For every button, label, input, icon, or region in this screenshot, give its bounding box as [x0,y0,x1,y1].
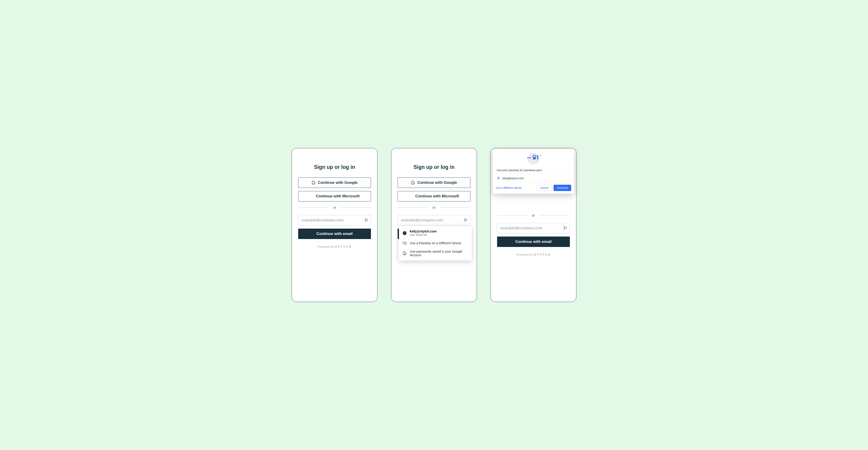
google-icon [411,180,415,185]
continue-email-label: Continue with email [316,231,353,236]
decorative-dots-icon: · · · · · ·· · · · · · [497,158,514,163]
continue-email-label: Continue with email [515,240,552,244]
prompt-account-row[interactable]: kelly@stytch.com [493,174,574,182]
prompt-instruction: Use your passkey for passkeys.guru [493,167,574,174]
svg-text:***: *** [527,157,531,160]
divider: or [398,205,470,209]
decorative-dots-icon: · · · · · ·· · · · · · [553,158,570,163]
svg-point-13 [564,226,565,227]
google-icon [403,251,407,255]
divider-or: or [528,214,539,218]
auth-panel-browser-prompt: · · · · · ·· · · · · · · · · · · ·· · · … [491,148,577,302]
page-title: Sign up or log in [298,164,371,170]
continue-with-microsoft-button[interactable]: Continue with Microsoft [298,191,371,201]
continue-with-microsoft-button[interactable]: Continue with Microsoft [398,191,470,201]
autofill-alt-label: Use a Passkey on a Different Device [410,241,461,245]
passkey-icon[interactable] [364,218,368,223]
divider-or: or [329,205,340,209]
svg-point-4 [403,231,407,235]
prompt-continue-button[interactable]: Continue [554,185,571,191]
svg-point-3 [466,219,467,220]
auth-panel-base: Sign up or log in Continue with Google C… [291,148,377,302]
powered-by: Powered by STYTCH [298,245,371,249]
microsoft-button-label: Continue with Microsoft [316,194,360,198]
svg-point-11 [498,177,498,178]
passkey-autofill-dropdown: kelly@stytch.com Use Touch ID Use a Pass… [399,226,472,260]
google-icon [311,180,315,185]
prompt-hero: · · · · · ·· · · · · · · · · · · ·· · · … [493,150,574,167]
continue-with-google-button[interactable]: Continue with Google [398,177,470,188]
autofill-sub: Use Touch ID [410,233,437,236]
google-button-label: Continue with Google [318,180,358,185]
email-input[interactable] [398,215,470,225]
passkey-user-icon [497,176,500,180]
prompt-cancel-button[interactable]: Cancel [537,185,552,191]
microsoft-icon [409,194,413,198]
page-title: Sign up or log in [398,164,470,170]
powered-by: Powered by STYTCH [497,253,570,256]
devices-icon [403,241,407,245]
prompt-account-email: kelly@stytch.com [502,177,524,180]
autofill-item-touchid[interactable]: kelly@stytch.com Use Touch ID [399,227,472,239]
divider-or: or [428,205,440,209]
passkey-hero-icon: *** [520,152,547,165]
svg-point-14 [566,227,566,227]
svg-point-12 [499,177,500,178]
continue-with-email-button[interactable]: Continue with email [497,236,570,247]
microsoft-button-label: Continue with Microsoft [415,194,459,198]
autofill-email: kelly@stytch.com [410,229,437,233]
autofill-item-different-device[interactable]: Use a Passkey on a Different Device [399,239,472,247]
email-input[interactable] [298,215,371,225]
divider: or [497,214,570,218]
continue-with-google-button[interactable]: Continue with Google [298,177,371,188]
svg-rect-7 [405,243,406,245]
google-button-label: Continue with Google [417,180,457,185]
autofill-item-google-passwords[interactable]: Use passwords saved in your Google Accou… [399,247,472,259]
continue-with-email-button[interactable]: Continue with email [298,229,371,239]
use-different-device-link[interactable]: Use a different device [496,186,522,190]
passkey-icon[interactable] [464,218,468,223]
email-input[interactable] [497,223,570,233]
microsoft-icon [309,194,313,198]
svg-point-0 [365,219,366,220]
passkey-account-icon [403,231,407,235]
browser-passkey-prompt: · · · · · ·· · · · · · · · · · · ·· · · … [493,150,574,194]
svg-point-2 [465,219,466,220]
autofill-google-label: Use passwords saved in your Google Accou… [410,250,468,257]
svg-point-1 [367,219,368,220]
divider: or [298,205,371,209]
passkey-icon[interactable] [563,226,567,231]
auth-panel-autofill: Sign up or log in Continue with Google C… [391,148,477,302]
